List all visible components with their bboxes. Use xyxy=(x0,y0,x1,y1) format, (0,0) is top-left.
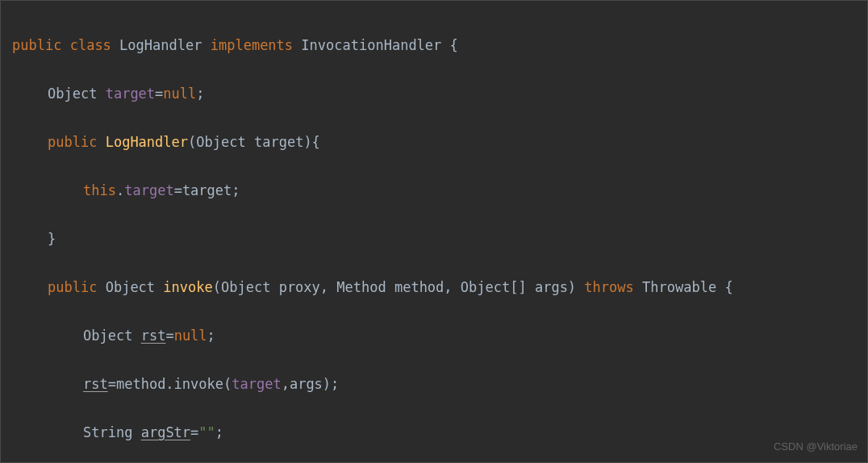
watermark: CSDN @Viktoriae xyxy=(774,435,858,459)
code-editor: public class LogHandler implements Invoc… xyxy=(0,0,868,463)
semi: ; xyxy=(207,327,215,344)
code-line-2: Object target=null; xyxy=(12,81,867,106)
method-invoke: invoke xyxy=(163,279,212,295)
paren: ( xyxy=(188,134,196,150)
eq: = xyxy=(155,86,163,102)
field-target: target xyxy=(106,86,155,102)
eq: = xyxy=(174,182,182,198)
code-line-3: public LogHandler(Object target){ xyxy=(12,130,867,154)
paren-brace: ){ xyxy=(303,134,319,150)
brace: { xyxy=(450,37,458,53)
code-line-9: String argStr=""; xyxy=(12,420,867,444)
eq: = xyxy=(165,327,173,344)
rhs: target; xyxy=(182,182,240,198)
call-tail: ,args); xyxy=(282,376,340,392)
code-line-4: this.target=target; xyxy=(12,178,867,202)
var-argstr: argStr xyxy=(141,424,190,440)
kw-public: public xyxy=(12,37,61,53)
kw-null: null xyxy=(174,327,207,344)
type: String xyxy=(83,424,132,440)
code-line-7: Object rst=null; xyxy=(12,323,867,348)
ret-type: Object xyxy=(106,279,155,295)
param-name: target xyxy=(254,134,303,150)
eq: = xyxy=(190,424,198,440)
class-name: LogHandler xyxy=(119,37,202,53)
field-target: target xyxy=(124,182,173,198)
kw-public: public xyxy=(48,279,97,295)
field-target: target xyxy=(232,376,281,392)
kw-null: null xyxy=(163,86,196,102)
throws-type: Throwable { xyxy=(642,279,733,295)
type: Object xyxy=(83,327,132,344)
var-rst: rst xyxy=(83,376,108,392)
params: (Object proxy, Method method, Object[] a… xyxy=(213,279,576,295)
dot: . xyxy=(116,182,124,198)
brace: } xyxy=(48,231,56,247)
semi: ; xyxy=(196,86,204,102)
kw-class: class xyxy=(70,37,111,53)
code-line-6: public Object invoke(Object proxy, Metho… xyxy=(12,275,867,299)
kw-public: public xyxy=(48,134,97,150)
code-line-8: rst=method.invoke(target,args); xyxy=(12,372,867,396)
type: Object xyxy=(48,86,97,102)
param-type: Object xyxy=(196,134,245,150)
code-line-1: public class LogHandler implements Invoc… xyxy=(12,33,867,57)
kw-throws: throws xyxy=(584,279,633,295)
var-rst: rst xyxy=(141,327,166,344)
kw-this: this xyxy=(83,182,116,198)
code-line-5: } xyxy=(12,227,867,251)
semi: ; xyxy=(215,424,223,440)
iface-name: InvocationHandler xyxy=(301,37,441,53)
call: =method.invoke( xyxy=(108,376,232,392)
string-empty: "" xyxy=(198,424,215,440)
ctor-name: LogHandler xyxy=(106,134,188,150)
kw-implements: implements xyxy=(211,37,293,53)
